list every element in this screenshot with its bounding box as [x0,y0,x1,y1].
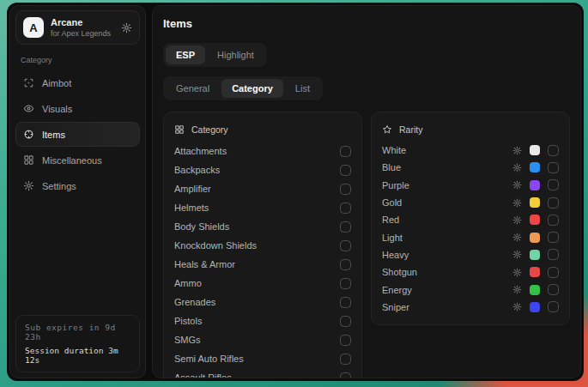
header-gear-icon[interactable] [121,22,132,33]
rarity-settings-icon[interactable] [512,268,522,277]
category-label: Amplifier [174,184,340,194]
checkbox[interactable] [340,184,351,195]
rarity-settings-icon[interactable] [512,285,522,294]
category-label: Grenades [174,297,340,307]
mode-option-esp[interactable]: ESP [166,45,205,64]
rarity-controls [512,179,559,190]
checkbox[interactable] [340,335,351,346]
rarity-settings-icon[interactable] [512,215,522,225]
color-swatch[interactable] [530,250,540,260]
tab-category[interactable]: Category [221,79,283,98]
sub-expiry-text: Sub expires in 9d 23h [25,323,130,342]
color-swatch[interactable] [530,197,540,208]
rarity-row: Blue [382,159,559,176]
rarity-settings-icon[interactable] [512,233,522,242]
sidebar-item-items[interactable]: Items [15,122,140,147]
color-swatch[interactable] [530,233,540,243]
sidebar-item-label: Settings [42,181,76,191]
session-duration-text: Session duration 3m 12s [25,346,130,365]
rarity-settings-icon[interactable] [512,302,522,311]
category-row: SMGs [174,330,351,349]
rarity-panel-header: Rarity [382,119,559,142]
color-swatch[interactable] [530,145,540,155]
checkbox[interactable] [548,284,559,295]
checkbox[interactable] [340,316,351,327]
checkbox[interactable] [340,203,351,214]
sidebar-nav: Aimbot Visuals Items [15,70,140,198]
tab-general[interactable]: General [166,79,220,98]
rarity-row: Sniper [382,299,559,316]
category-row: Backpacks [174,160,351,179]
checkbox[interactable] [340,259,351,270]
rarity-settings-icon[interactable] [512,250,522,259]
rarity-controls [512,215,559,226]
color-swatch[interactable] [530,215,540,225]
checkbox[interactable] [548,232,559,243]
checkbox[interactable] [548,249,559,260]
rarity-controls [512,301,559,312]
sidebar-item-miscellaneous[interactable]: Miscellaneous [15,148,140,172]
checkbox[interactable] [548,197,559,209]
rarity-settings-icon[interactable] [512,146,522,155]
checkbox[interactable] [548,215,559,226]
checkbox[interactable] [340,354,351,365]
category-label: Helmets [174,203,340,213]
category-label: SMGs [174,335,340,345]
checkbox[interactable] [548,162,559,173]
rarity-settings-icon[interactable] [512,180,522,190]
category-row: Amplifier [174,179,351,198]
rarity-controls [512,197,559,209]
rarity-row: Shotgun [382,263,559,281]
checkbox[interactable] [340,146,351,157]
checkbox[interactable] [548,301,559,312]
category-label: Body Shields [174,221,340,232]
color-swatch[interactable] [530,267,540,277]
session-info-card: Sub expires in 9d 23h Session duration 3… [15,315,140,372]
rarity-controls [512,162,559,173]
panel-columns: Category Attachments Backpacks [163,112,570,378]
sidebar-item-label: Aimbot [42,78,71,88]
checkbox[interactable] [548,267,559,278]
sidebar-item-visuals[interactable]: Visuals [15,96,140,121]
color-swatch[interactable] [530,162,540,172]
app-name: Arcane [51,17,111,27]
tab-list[interactable]: List [285,79,320,98]
app-logo: A [23,17,44,38]
color-swatch[interactable] [530,180,540,190]
color-swatch[interactable] [530,285,540,295]
category-row: Assault Rifles [174,368,351,378]
grid-icon [23,154,34,166]
sidebar-item-settings[interactable]: Settings [15,173,140,198]
category-label: Assault Rifles [174,372,340,378]
color-swatch[interactable] [530,302,540,312]
rarity-controls [512,267,559,278]
checkbox[interactable] [340,278,351,289]
sidebar-item-aimbot[interactable]: Aimbot [15,70,140,95]
rarity-label: Blue [382,162,512,172]
rarity-controls [512,249,559,260]
rarity-label: White [382,145,512,155]
rarity-settings-icon[interactable] [512,163,522,172]
checkbox[interactable] [548,145,559,156]
mode-option-highlight[interactable]: Highlight [207,45,264,64]
sidebar-section-label: Category [21,56,135,64]
category-label: Attachments [174,146,340,156]
tab-bar: General Category List [163,76,323,100]
page-title: Items [163,17,570,30]
category-row: Knockdown Shields [174,236,351,255]
category-row: Attachments [174,142,351,160]
rarity-panel-title: Rarity [399,124,422,135]
checkbox[interactable] [340,240,351,251]
checkbox[interactable] [340,372,351,379]
checkbox[interactable] [548,179,559,190]
main-panel: Items ESP Highlight General Category Lis… [152,5,581,378]
checkbox[interactable] [340,165,351,176]
rarity-label: Energy [382,285,512,295]
checkbox[interactable] [340,221,351,233]
rarity-settings-icon[interactable] [512,198,522,208]
category-row: Pistols [174,311,351,330]
category-panel-title: Category [191,124,228,135]
rarity-controls [512,232,559,243]
checkbox[interactable] [340,297,351,308]
category-label: Backpacks [174,165,340,175]
